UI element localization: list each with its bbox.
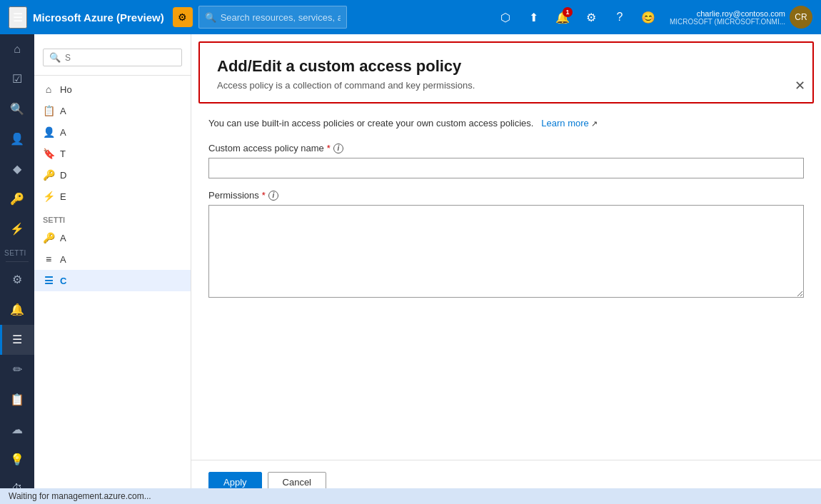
sidebar-item-cloud[interactable]: ☁ bbox=[0, 414, 34, 444]
search-input[interactable] bbox=[221, 12, 341, 23]
tag-icon: 🔖 bbox=[43, 148, 54, 159]
cloud-icon: ☁ bbox=[11, 423, 23, 436]
sidebar-section-settings: Setti bbox=[0, 243, 34, 258]
sidebar-item-activity[interactable]: ☰ bbox=[0, 325, 34, 355]
left-panel-item-a2[interactable]: 👤 A bbox=[34, 121, 191, 143]
dashboard-icon: ☑ bbox=[12, 72, 22, 86]
dialog-header: Add/Edit a custom access policy Access p… bbox=[198, 41, 814, 104]
sidebar-item-functions[interactable]: ⚡ bbox=[0, 213, 34, 243]
search-icon: 🔍 bbox=[10, 102, 24, 116]
cloud-shell-button[interactable]: ⬡ bbox=[493, 4, 518, 30]
policy-name-label: Custom access policy name * i bbox=[208, 143, 804, 153]
alerts-icon: 🔔 bbox=[10, 303, 24, 316]
left-panel-header: 🔍 bbox=[34, 34, 191, 76]
sidebar-item-keyvaults[interactable]: 🔑 bbox=[0, 183, 34, 213]
user-icon: 👤 bbox=[43, 126, 54, 138]
user-email: charlie.roy@contoso.com bbox=[670, 9, 785, 18]
policy-name-info-icon: i bbox=[333, 143, 343, 153]
avatar[interactable]: CR bbox=[790, 6, 812, 29]
policy-icon: ☰ bbox=[43, 275, 54, 286]
resources-icon: ◆ bbox=[13, 162, 21, 176]
clipboard-icon: 📋 bbox=[10, 393, 24, 406]
top-navigation: ☰ Microsoft Azure (Preview) ⚙ 🔍 ⬡ ⬆ 🔔 1 … bbox=[0, 0, 821, 34]
item-d-label: D bbox=[60, 170, 66, 181]
sidebar-item-settings[interactable]: ⚙ bbox=[0, 265, 34, 295]
left-panel-item-a4[interactable]: ≡ A bbox=[34, 248, 191, 270]
permissions-group: Permissions * i bbox=[208, 190, 804, 300]
dialog-title: Add/Edit a custom access policy bbox=[217, 57, 795, 76]
list2-icon: ≡ bbox=[43, 253, 54, 265]
left-panel-item-a3[interactable]: 🔑 A bbox=[34, 227, 191, 248]
sidebar-item-edit[interactable]: ✏ bbox=[0, 355, 34, 385]
sidebar-item-directory[interactable]: 👤 bbox=[0, 124, 34, 154]
notifications-upload-button[interactable]: ⬆ bbox=[521, 4, 547, 30]
key-icon: 🔑 bbox=[43, 169, 54, 181]
left-panel-item-home[interactable]: ⌂ Ho bbox=[34, 79, 191, 100]
status-text: Waiting for management.azure.com... bbox=[9, 491, 151, 501]
required-indicator-2: * bbox=[262, 190, 266, 201]
app-title: Microsoft Azure (Preview) bbox=[33, 11, 164, 24]
settings-section-label: Setti bbox=[34, 207, 191, 227]
dialog-body: You can use built-in access policies or … bbox=[191, 104, 821, 460]
sidebar-item-alerts[interactable]: 🔔 bbox=[0, 295, 34, 325]
user-info-text: charlie.roy@contoso.com MICROSOFT (MICRO… bbox=[670, 9, 785, 26]
dialog-panel: Add/Edit a custom access policy Access p… bbox=[191, 34, 821, 504]
settings-button[interactable]: ⚙ bbox=[578, 4, 604, 30]
sidebar-item-advisor[interactable]: 💡 bbox=[0, 444, 34, 474]
policy-name-input[interactable] bbox=[208, 158, 804, 178]
home-icon: ⌂ bbox=[14, 43, 21, 56]
sidebar-item-home[interactable]: ⌂ bbox=[0, 34, 34, 64]
left-panel-navigation: ⌂ Ho 📋 A 👤 A 🔖 T 🔑 D ⚡ E Setti 🔑 A ≡ bbox=[34, 76, 191, 294]
directory-icon: 👤 bbox=[10, 132, 24, 146]
edit-icon: ✏ bbox=[13, 363, 22, 376]
item-a1-label: A bbox=[60, 106, 66, 116]
sidebar-item-clipboard[interactable]: 📋 bbox=[0, 385, 34, 415]
activity-icon: ☰ bbox=[12, 333, 22, 346]
feedback-button[interactable]: 😊 bbox=[635, 4, 661, 30]
badge-symbol: ⚙ bbox=[178, 11, 187, 23]
key-icon: 🔑 bbox=[10, 192, 24, 206]
sidebar-divider bbox=[6, 261, 29, 262]
policy-name-group: Custom access policy name * i bbox=[208, 143, 804, 178]
item-a3-label: A bbox=[60, 233, 66, 243]
lightning-icon: ⚡ bbox=[43, 191, 54, 202]
left-panel-item-a1[interactable]: 📋 A bbox=[34, 100, 191, 121]
user-profile[interactable]: charlie.roy@contoso.com MICROSOFT (MICRO… bbox=[670, 6, 812, 29]
status-bar: Waiting for management.azure.com... bbox=[0, 488, 821, 504]
left-panel-item-c[interactable]: ☰ C bbox=[34, 270, 191, 291]
dialog-subtitle: Access policy is a collection of command… bbox=[217, 80, 795, 91]
item-a2-label: A bbox=[60, 127, 66, 138]
left-panel-item-e[interactable]: ⚡ E bbox=[34, 186, 191, 207]
left-panel-item-d[interactable]: 🔑 D bbox=[34, 164, 191, 186]
notification-badge: 1 bbox=[563, 7, 573, 17]
sidebar-item-dashboard[interactable]: ☑ bbox=[0, 64, 34, 94]
external-link-icon: ↗ bbox=[591, 119, 598, 128]
item-c-label: C bbox=[60, 276, 66, 286]
hamburger-menu-button[interactable]: ☰ bbox=[9, 6, 27, 29]
left-panel-search-box[interactable]: 🔍 bbox=[43, 49, 182, 66]
settings-icon: ⚙ bbox=[12, 273, 22, 286]
sidebar: ⌂ ☑ 🔍 👤 ◆ 🔑 ⚡ Setti ⚙ 🔔 ☰ ✏ 📋 ☁ 💡 ⏱ bbox=[0, 34, 34, 504]
item-e-label: E bbox=[60, 191, 66, 202]
topnav-icon-group: ⬡ ⬆ 🔔 1 ⚙ ? 😊 bbox=[493, 4, 661, 30]
search-icon: 🔍 bbox=[49, 52, 61, 63]
permissions-info-icon: i bbox=[268, 191, 278, 201]
permissions-label: Permissions * i bbox=[208, 190, 804, 201]
learn-more-link[interactable]: Learn more bbox=[541, 118, 588, 128]
left-panel-item-t[interactable]: 🔖 T bbox=[34, 143, 191, 164]
notifications-button[interactable]: 🔔 1 bbox=[550, 4, 575, 30]
sidebar-item-resources[interactable]: ◆ bbox=[0, 154, 34, 184]
dialog-close-button[interactable]: ✕ bbox=[790, 76, 810, 96]
list-icon: 📋 bbox=[43, 105, 54, 116]
global-search-box[interactable]: 🔍 bbox=[198, 6, 347, 29]
help-button[interactable]: ? bbox=[607, 4, 633, 30]
info-text: You can use built-in access policies or … bbox=[208, 118, 804, 128]
home-icon: ⌂ bbox=[43, 84, 54, 95]
access-icon: 🔑 bbox=[43, 232, 54, 243]
required-indicator: * bbox=[327, 143, 331, 153]
left-panel-search-input[interactable] bbox=[65, 53, 176, 63]
sidebar-item-search[interactable]: 🔍 bbox=[0, 94, 34, 124]
item-t-label: T bbox=[60, 148, 66, 159]
permissions-textarea[interactable] bbox=[208, 205, 804, 298]
search-icon: 🔍 bbox=[205, 12, 216, 23]
